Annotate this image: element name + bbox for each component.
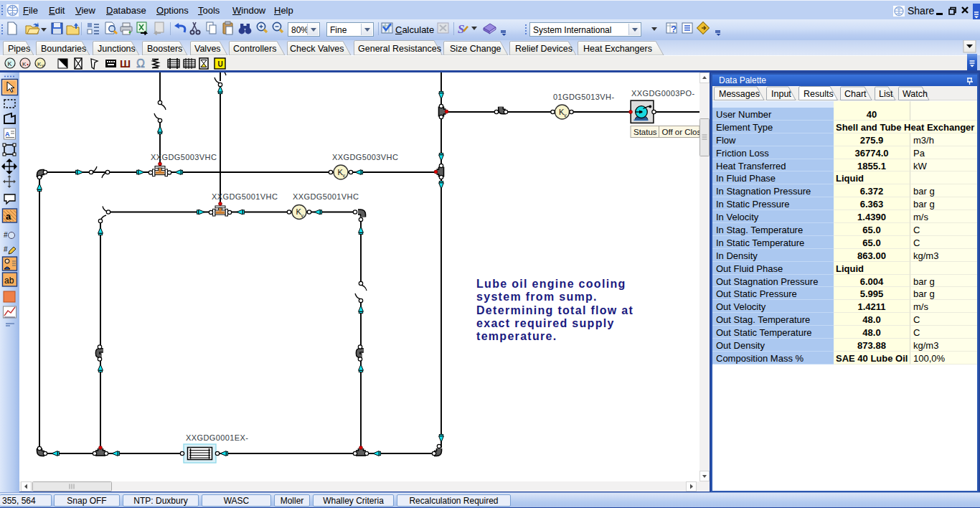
svg-text:XXGDG5001VHC: XXGDG5001VHC: [293, 192, 359, 201]
svg-text:XXGDG0001EX-: XXGDG0001EX-: [186, 433, 248, 442]
svg-text:Watch: Watch: [903, 89, 928, 99]
svg-text:XXGDG0003PO-: XXGDG0003PO-: [631, 89, 695, 98]
svg-text:XXGDG5003VHC: XXGDG5003VHC: [332, 153, 398, 161]
svg-text:Input: Input: [771, 89, 791, 99]
svg-text:Check Valves: Check Valves: [290, 44, 344, 54]
svg-text:General Resistances: General Resistances: [358, 44, 441, 54]
svg-text:Ш: Ш: [120, 57, 131, 70]
svg-text:01GDG5013VH-: 01GDG5013VH-: [553, 93, 615, 101]
svg-text:Chart: Chart: [844, 89, 867, 99]
svg-text:Off or Clos: Off or Clos: [662, 128, 700, 136]
svg-text:Lube oil engine cooling: Lube oil engine cooling: [476, 278, 626, 290]
svg-text:Size Change: Size Change: [450, 44, 501, 54]
svg-text:Junctions: Junctions: [98, 44, 136, 54]
svg-text:Determining total flow at: Determining total flow at: [476, 304, 633, 316]
svg-text:v: v: [42, 63, 44, 67]
svg-text:Heat Exchangers: Heat Exchangers: [583, 44, 652, 54]
svg-text:XXGDG5001VHC: XXGDG5001VHC: [212, 192, 278, 201]
svg-text:List: List: [879, 89, 893, 99]
svg-text:Share: Share: [908, 5, 935, 17]
svg-text:Boosters: Boosters: [147, 44, 182, 54]
svg-text:#: #: [4, 231, 8, 239]
svg-text:K: K: [8, 60, 12, 67]
svg-text:Controllers: Controllers: [233, 44, 276, 54]
svg-text:Pipes: Pipes: [8, 44, 30, 54]
svg-text:U: U: [218, 60, 223, 68]
svg-text:Valves: Valves: [194, 44, 221, 54]
svg-text:system from sump.: system from sump.: [476, 291, 598, 303]
svg-text:S: S: [458, 22, 464, 36]
svg-text:#: #: [4, 245, 8, 253]
svg-text:Status: Status: [633, 128, 657, 136]
svg-text:exact required supply: exact required supply: [476, 317, 615, 329]
svg-text:ab: ab: [4, 276, 14, 286]
svg-text:A: A: [5, 131, 10, 138]
svg-text:a: a: [6, 211, 11, 222]
svg-text:K: K: [22, 61, 27, 67]
svg-text:Ω: Ω: [136, 57, 145, 70]
svg-text:Messages: Messages: [719, 89, 760, 99]
svg-text:XXGDG5003VHC: XXGDG5003VHC: [151, 153, 217, 161]
svg-text:?: ?: [671, 24, 677, 34]
svg-text:Results: Results: [804, 89, 834, 99]
svg-text:Relief Devices: Relief Devices: [515, 44, 573, 54]
svg-text:temperature.: temperature.: [476, 330, 557, 342]
svg-text:Boundaries: Boundaries: [41, 44, 86, 54]
